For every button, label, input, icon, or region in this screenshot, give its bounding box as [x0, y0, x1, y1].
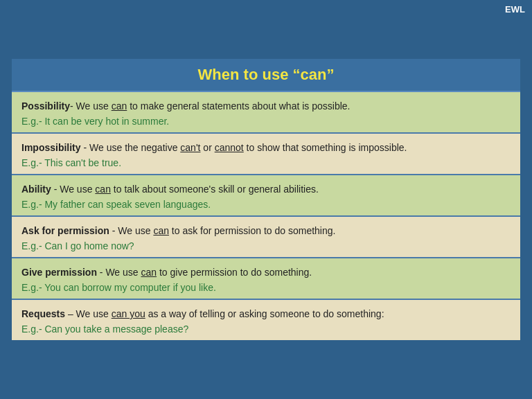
- section-ability: Ability - We use can to talk about someo…: [12, 175, 520, 217]
- ability-example: E.g.- My father can speak seven language…: [21, 199, 511, 210]
- section-ask-permission: Ask for permission - We use can to ask f…: [12, 217, 520, 258]
- possibility-label: Possibility: [21, 100, 70, 112]
- card-title: When to use “can”: [198, 66, 335, 83]
- requests-label: Requests: [21, 308, 65, 319]
- give-permission-keyword: can: [141, 267, 157, 278]
- ask-permission-dash: -: [109, 225, 118, 236]
- possibility-keyword: can: [112, 100, 127, 112]
- impossibility-keyword2: cannot: [215, 142, 244, 153]
- section-impossibility-text: Impossibility - We use the negative can'…: [21, 141, 511, 155]
- ask-permission-label: Ask for permission: [21, 225, 109, 236]
- ask-permission-keyword: can: [153, 225, 169, 236]
- section-possibility-text: Possibility- We use can to make general …: [21, 99, 511, 114]
- card-header: When to use “can”: [12, 59, 520, 92]
- ability-label: Ability: [21, 184, 51, 195]
- page-background: EWL When to use “can” Possibility- We us…: [0, 0, 532, 399]
- impossibility-example: E.g.- This can't be true.: [21, 157, 511, 168]
- ask-permission-example: E.g.- Can I go home now?: [21, 240, 511, 251]
- possibility-dash: -: [70, 100, 76, 112]
- give-permission-dash: -: [97, 267, 105, 278]
- section-give-permission-text: Give permission - We use can to give per…: [21, 265, 511, 280]
- ability-dash: -: [51, 184, 60, 195]
- section-ask-permission-text: Ask for permission - We use can to ask f…: [21, 224, 511, 238]
- requests-dash: –: [65, 308, 76, 319]
- section-impossibility: Impossibility - We use the negative can'…: [12, 134, 520, 175]
- impossibility-keyword1: can't: [180, 142, 200, 153]
- section-requests: Requests – We use can you as a way of te…: [12, 300, 520, 340]
- impossibility-dash: -: [81, 142, 89, 153]
- section-ability-text: Ability - We use can to talk about someo…: [21, 182, 511, 197]
- ability-keyword: can: [95, 184, 111, 195]
- ewl-label: EWL: [505, 4, 525, 15]
- requests-example: E.g.- Can you take a message please?: [21, 323, 511, 335]
- give-permission-example: E.g.- You can borrow my computer if you …: [21, 282, 511, 293]
- section-possibility: Possibility- We use can to make general …: [12, 92, 520, 134]
- possibility-example: E.g.- It can be very hot in summer.: [21, 116, 511, 127]
- card: When to use “can” Possibility- We use ca…: [10, 57, 522, 342]
- give-permission-label: Give permission: [21, 267, 97, 278]
- section-give-permission: Give permission - We use can to give per…: [12, 258, 520, 300]
- requests-keyword: can you: [112, 308, 145, 319]
- section-requests-text: Requests – We use can you as a way of te…: [21, 307, 511, 321]
- impossibility-label: Impossibility: [21, 142, 81, 153]
